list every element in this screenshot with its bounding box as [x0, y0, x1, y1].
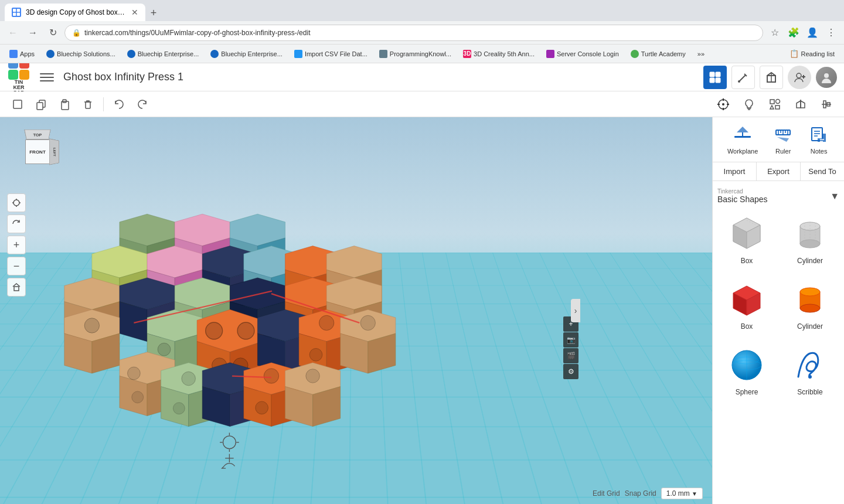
export-button[interactable]: Export: [757, 162, 801, 181]
edit-grid-button[interactable]: Edit Grid: [593, 489, 620, 498]
paste-button[interactable]: [54, 94, 75, 115]
turtle-favicon: [631, 50, 639, 58]
svg-point-126: [173, 403, 185, 414]
bookmark-bluechip3[interactable]: Bluechip Enterprise...: [206, 49, 287, 59]
fit-view-button[interactable]: [7, 193, 26, 212]
profile-button[interactable]: 👤: [804, 25, 821, 41]
more-button[interactable]: ⋮: [823, 25, 839, 41]
bookmark-button[interactable]: ☆: [767, 25, 783, 41]
viewport[interactable]: FRONT TOP LEFT + −: [0, 117, 712, 504]
settings-panel-button[interactable]: ⚙: [563, 364, 578, 379]
box-view-button[interactable]: [760, 66, 783, 89]
svg-point-101: [206, 322, 223, 339]
library-subtitle: Tinkercad: [717, 188, 768, 195]
shape-scribble[interactable]: Scribble: [781, 340, 839, 401]
app-header: TINKERCAD Ghost box Infinity Press 1: [0, 63, 844, 91]
shape-box-red[interactable]: Box: [717, 274, 776, 335]
copy-icon: [35, 98, 47, 110]
bookmark-reading[interactable]: 📋 Reading list: [785, 48, 839, 59]
undo-icon: [113, 98, 125, 110]
csv-favicon: [294, 50, 302, 58]
toolbar: [0, 91, 844, 117]
redo-icon: [137, 98, 148, 110]
library-title-group: Tinkercad Basic Shapes: [717, 188, 768, 204]
lock-icon: 🔒: [72, 29, 81, 37]
library-dropdown-button[interactable]: ▼: [830, 191, 839, 202]
mirror-button[interactable]: [790, 94, 811, 115]
sidebar-top-actions: Workplane: [713, 117, 844, 162]
bookmark-apps[interactable]: Apps: [5, 49, 39, 59]
snap-grid-label: Snap Grid: [625, 489, 656, 498]
workplane-action[interactable]: Workplane: [723, 122, 763, 157]
bookmark-bluechip2[interactable]: Bluechip Enterprise...: [122, 49, 204, 59]
orientation-cube[interactable]: FRONT TOP LEFT: [15, 129, 62, 176]
sendto-button[interactable]: Send To: [801, 162, 844, 181]
zoom-out-button[interactable]: −: [7, 257, 26, 275]
import-button[interactable]: Import: [713, 162, 757, 181]
bookmark-server[interactable]: Server Console Login: [542, 49, 624, 59]
svg-rect-44: [14, 287, 19, 291]
back-button[interactable]: ←: [5, 25, 21, 41]
sidebar-collapse-button[interactable]: ›: [571, 299, 580, 322]
pickaxe-view-button[interactable]: [731, 66, 755, 89]
zoom-in-button[interactable]: +: [7, 236, 26, 254]
bookmark-csv[interactable]: Import CSV File Dat...: [290, 49, 372, 59]
ruler-label: Ruler: [775, 148, 791, 155]
svg-point-138: [306, 369, 320, 383]
import-export-row: Import Export Send To: [713, 162, 844, 181]
bookmark-3dcreality[interactable]: 3D 3D Creality 5th Ann...: [458, 49, 539, 59]
home-view-button[interactable]: [7, 278, 26, 297]
shape-sphere[interactable]: Sphere: [717, 340, 776, 401]
shape-box-gray[interactable]: Box: [717, 209, 776, 270]
delete-button[interactable]: [77, 94, 98, 115]
add-user-button[interactable]: [788, 66, 811, 89]
reset-view-button[interactable]: [7, 214, 26, 233]
snap-grid-value[interactable]: 1.0 mm ▼: [661, 488, 703, 499]
camera-view-button[interactable]: [713, 94, 734, 115]
copy-button[interactable]: [30, 94, 52, 115]
shape-cylinder-gray[interactable]: Cylinder: [781, 209, 839, 270]
extensions-button[interactable]: 🧩: [785, 25, 802, 41]
bookmark-more[interactable]: »»: [693, 49, 709, 59]
align-button[interactable]: [816, 94, 837, 115]
refresh-button[interactable]: ↻: [45, 25, 61, 41]
bookmark-programming[interactable]: ProgrammingKnowl...: [375, 49, 456, 59]
tinkercad-logo[interactable]: TINKERCAD: [7, 66, 30, 89]
prog-favicon: [379, 50, 387, 58]
address-text: tinkercad.com/things/0UuMFwimlar-copy-of…: [84, 29, 755, 37]
ruler-action[interactable]: Ruler: [768, 122, 798, 157]
cylinder-orange-label: Cylinder: [797, 322, 823, 331]
avatar[interactable]: [816, 67, 837, 88]
svg-point-112: [309, 348, 322, 361]
grid-view-button[interactable]: [703, 66, 727, 89]
pickaxe-icon: [737, 71, 749, 83]
svg-marker-35: [801, 101, 805, 108]
shapes-grid: Box: [717, 209, 839, 401]
bc2-favicon: [127, 50, 135, 58]
shape-cylinder-orange[interactable]: Cylinder: [781, 274, 839, 335]
lightbulb-button[interactable]: [738, 94, 760, 115]
page-title: Ghost box Infinity Press 1: [63, 71, 696, 83]
active-tab[interactable]: 3D design Copy of Ghost box Infi... ✕: [5, 4, 145, 21]
notes-action[interactable]: Notes: [804, 122, 834, 157]
redo-button[interactable]: [132, 94, 153, 115]
svg-point-116: [360, 315, 375, 330]
workplane-icon: [732, 124, 753, 145]
undo-button[interactable]: [108, 94, 130, 115]
svg-point-93: [84, 318, 99, 333]
bookmark-bc1-label: Bluechip Solutions...: [57, 50, 115, 57]
address-bar[interactable]: 🔒 tinkercad.com/things/0UuMFwimlar-copy-…: [64, 25, 763, 41]
hamburger-menu-button[interactable]: [38, 68, 56, 87]
shapes-toggle-button[interactable]: [764, 94, 785, 115]
bookmark-turtle[interactable]: Turtle Academy: [626, 49, 690, 59]
shape-library: Tinkercad Basic Shapes ▼: [713, 181, 844, 504]
new-tab-button[interactable]: +: [145, 5, 162, 21]
forward-button[interactable]: →: [25, 25, 41, 41]
new-shape-button[interactable]: [7, 94, 28, 115]
bookmark-bluechip1[interactable]: Bluechip Solutions...: [42, 49, 120, 59]
video-button[interactable]: 🎬: [563, 348, 578, 363]
screenshot-button[interactable]: 📷: [563, 332, 578, 348]
tab-close-button[interactable]: ✕: [131, 8, 138, 17]
tab-bar: 3D design Copy of Ghost box Infi... ✕ +: [0, 0, 844, 21]
bottom-status-bar: Edit Grid Snap Grid 1.0 mm ▼: [593, 488, 703, 499]
